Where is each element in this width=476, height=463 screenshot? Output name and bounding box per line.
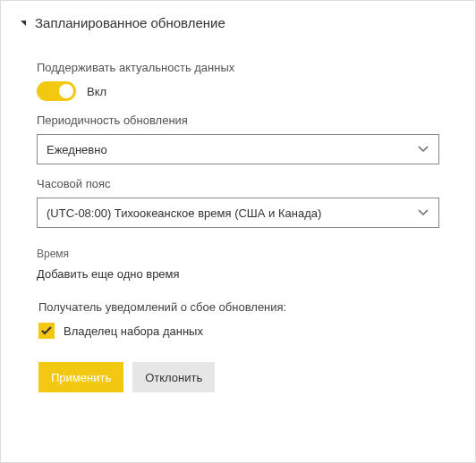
keep-data-label: Поддерживать актуальность данных — [37, 61, 439, 74]
keep-data-toggle[interactable] — [37, 81, 76, 101]
button-row: Применить Отклонить — [38, 362, 439, 392]
chevron-down-icon — [417, 206, 429, 219]
owner-check-row: Владелец набора данных — [38, 323, 439, 339]
timezone-select[interactable]: (UTC-08:00) Тихоокеанское время (США и К… — [37, 198, 439, 228]
toggle-knob — [59, 84, 73, 98]
section-content: Поддерживать актуальность данных Вкл Пер… — [1, 39, 475, 392]
timezone-value: (UTC-08:00) Тихоокеанское время (США и К… — [47, 206, 321, 220]
section-header[interactable]: Запланированное обновление — [1, 15, 475, 39]
owner-check-label: Владелец набора данных — [64, 324, 203, 338]
scheduled-refresh-panel: Запланированное обновление Поддерживать … — [0, 0, 476, 463]
caret-down-icon — [21, 21, 26, 26]
time-label: Время — [37, 248, 439, 260]
notification-label: Получатель уведомлений о сбое обновления… — [38, 300, 439, 314]
owner-checkbox[interactable] — [38, 323, 55, 339]
toggle-state-label: Вкл — [87, 85, 106, 98]
frequency-select[interactable]: Ежедневно — [37, 134, 439, 164]
timezone-label: Часовой пояс — [37, 177, 439, 190]
section-title: Запланированное обновление — [35, 15, 225, 30]
chevron-down-icon — [417, 143, 429, 156]
frequency-label: Периодичность обновления — [37, 114, 439, 127]
frequency-value: Ежедневно — [47, 143, 107, 156]
apply-button[interactable]: Применить — [38, 362, 123, 392]
keep-data-toggle-row: Вкл — [37, 81, 439, 101]
discard-button[interactable]: Отклонить — [132, 362, 215, 392]
add-time-link[interactable]: Добавить еще одно время — [37, 267, 439, 281]
